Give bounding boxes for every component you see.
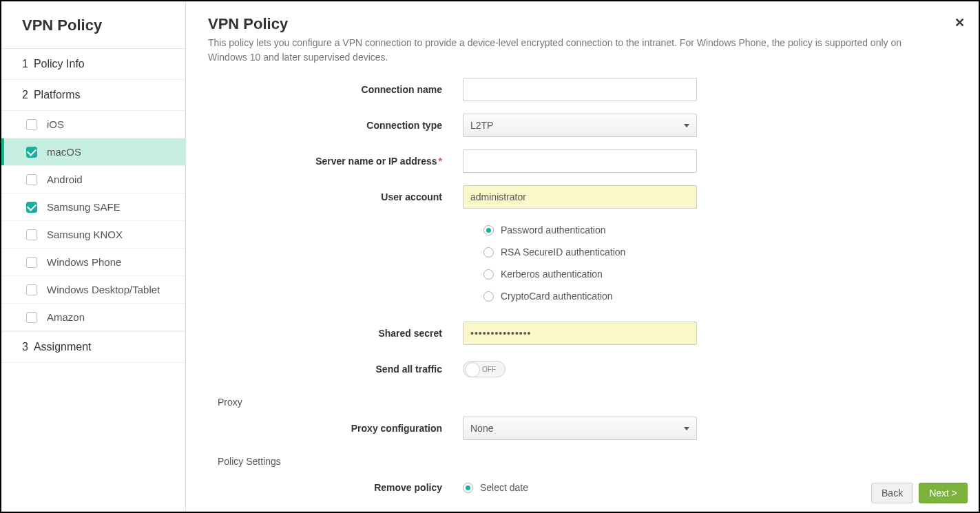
checkbox-icon[interactable] [26, 202, 37, 213]
auth-radio-kerberos[interactable]: Kerberos authentication [483, 263, 957, 285]
proxy-config-select[interactable]: None [463, 417, 697, 440]
nav-step-platforms[interactable]: 2 Platforms [1, 80, 185, 111]
nav-step-assignment[interactable]: 3 Assignment [1, 331, 185, 363]
chevron-down-icon [684, 124, 689, 127]
label-connection-type: Connection type [208, 120, 463, 131]
page-description: This policy lets you configure a VPN con… [208, 36, 910, 65]
radio-icon [463, 483, 473, 493]
radio-icon [483, 247, 494, 258]
platform-label: Windows Desktop/Tablet [47, 284, 160, 295]
checkbox-icon[interactable] [26, 147, 37, 158]
radio-label: RSA SecureID authentication [501, 247, 625, 258]
label-proxy-config: Proxy configuration [208, 423, 463, 434]
platform-item-windows-desktop[interactable]: Windows Desktop/Tablet [1, 276, 185, 304]
platform-label: iOS [47, 118, 64, 130]
server-input[interactable] [463, 149, 697, 173]
close-icon[interactable]: ✕ [955, 15, 965, 30]
radio-icon [483, 225, 494, 235]
label-remove-policy: Remove policy [208, 482, 463, 493]
radio-label: Select date [480, 482, 528, 493]
toggle-label: OFF [482, 366, 496, 373]
select-value: L2TP [470, 120, 493, 131]
connection-type-select[interactable]: L2TP [463, 114, 697, 137]
checkbox-icon[interactable] [26, 174, 37, 185]
checkbox-icon[interactable] [26, 229, 37, 240]
platform-label: Amazon [47, 311, 85, 323]
platform-label: Windows Phone [47, 256, 121, 268]
shared-secret-input[interactable] [463, 322, 697, 345]
checkbox-icon[interactable] [26, 257, 37, 268]
platform-item-samsung-knox[interactable]: Samsung KNOX [1, 221, 185, 249]
platform-item-ios[interactable]: iOS [1, 111, 185, 138]
step-label: Assignment [34, 341, 92, 353]
label-server: Server name or IP address* [208, 156, 463, 167]
platform-label: macOS [47, 146, 81, 158]
platform-item-amazon[interactable]: Amazon [1, 304, 185, 331]
platform-label: Samsung KNOX [47, 229, 123, 240]
checkbox-icon[interactable] [26, 312, 37, 323]
label-shared-secret: Shared secret [208, 328, 463, 339]
step-number: 1 [22, 58, 28, 70]
user-account-input[interactable] [463, 185, 697, 209]
next-button[interactable]: Next > [919, 483, 968, 503]
platform-item-macos[interactable]: macOS [1, 138, 185, 166]
step-label: Platforms [34, 89, 81, 101]
platform-item-samsung-safe[interactable]: Samsung SAFE [1, 193, 185, 221]
radio-label: Kerberos authentication [501, 269, 603, 280]
main-panel: ✕ VPN Policy This policy lets you config… [186, 1, 979, 512]
sidebar: VPN Policy 1 Policy Info 2 Platforms iOS… [1, 1, 186, 512]
section-policy-settings: Policy Settings [218, 456, 957, 467]
checkbox-icon[interactable] [26, 284, 37, 295]
platform-item-android[interactable]: Android [1, 166, 185, 193]
checkbox-icon[interactable] [26, 119, 37, 130]
chevron-down-icon [684, 427, 689, 430]
radio-icon [483, 291, 494, 302]
platform-item-windows-phone[interactable]: Windows Phone [1, 249, 185, 276]
send-all-traffic-toggle[interactable]: OFF [463, 361, 505, 377]
label-send-all-traffic: Send all traffic [208, 364, 463, 375]
label-connection-name: Connection name [208, 84, 463, 95]
back-button[interactable]: Back [871, 483, 913, 503]
step-number: 3 [22, 341, 28, 353]
auth-radio-password[interactable]: Password authentication [483, 219, 957, 241]
connection-name-input[interactable] [463, 78, 697, 101]
section-proxy: Proxy [218, 397, 957, 408]
platform-label: Samsung SAFE [47, 201, 121, 213]
radio-label: CryptoCard authentication [501, 291, 613, 302]
nav-step-policy-info[interactable]: 1 Policy Info [1, 49, 185, 80]
page-title: VPN Policy [208, 15, 957, 33]
radio-label: Password authentication [501, 224, 606, 235]
select-value: None [470, 423, 493, 434]
label-user-account: User account [208, 191, 463, 202]
auth-radio-cryptocard[interactable]: CryptoCard authentication [483, 285, 957, 307]
platform-label: Android [47, 174, 83, 185]
radio-icon [483, 269, 494, 280]
auth-radio-rsa[interactable]: RSA SecureID authentication [483, 241, 957, 263]
footer-actions: Back Next > [871, 483, 968, 503]
remove-policy-radio-select-date[interactable]: Select date [463, 482, 697, 493]
step-label: Policy Info [34, 58, 85, 70]
sidebar-title: VPN Policy [1, 1, 185, 49]
step-number: 2 [22, 89, 28, 101]
